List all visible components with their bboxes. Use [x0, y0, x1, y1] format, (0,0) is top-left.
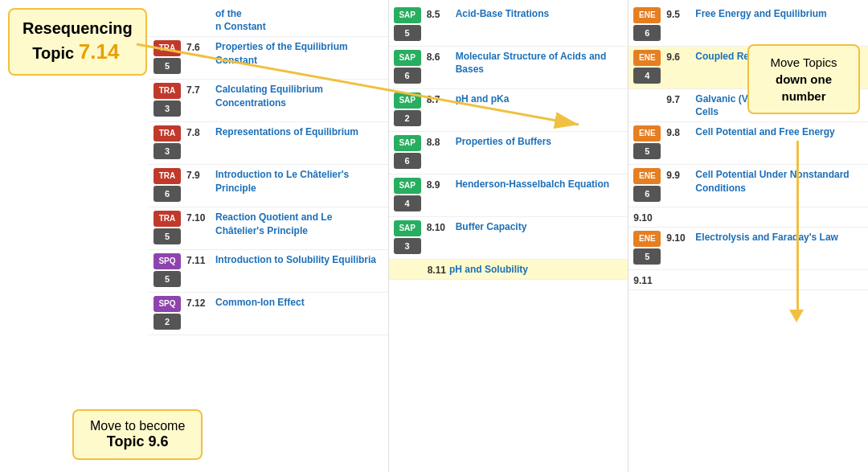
topic-num: 9.10: [633, 211, 659, 224]
badge-type: TRA: [154, 168, 181, 184]
arrow-line-vertical: [796, 141, 799, 310]
topic-item-9.11[interactable]: 9.11: [628, 270, 868, 290]
move-to-box: Move to become Topic 9.6: [72, 409, 203, 460]
topic-item-9.10[interactable]: ENE 5 9.10 Electrolysis and Faraday's La…: [628, 228, 868, 270]
topic-title: Introduction to Solubility Equilibria: [215, 253, 383, 266]
badge-num: 5: [633, 248, 661, 265]
topic-item-7.9[interactable]: TRA 6 7.9 Introduction to Le Châtelier's…: [149, 165, 388, 207]
topic-num: 7.12: [186, 296, 212, 309]
badge-num: 2: [394, 110, 421, 126]
topic-item-7.11[interactable]: SPQ 5 7.11 Introduction to Solubility Eq…: [149, 250, 388, 293]
move-topics-box: Move Topics down one number: [747, 44, 860, 114]
badge-type: ENE: [633, 231, 661, 247]
resequencing-topic-label: Topic: [32, 44, 78, 62]
topic-item-9.5[interactable]: ENE 6 9.5 Free Energy and Equilibrium: [628, 4, 868, 47]
topic-item-7.8[interactable]: TRA 3 7.8 Representations of Equilibrium: [149, 122, 388, 165]
move-topics-line1: Move Topics: [770, 55, 837, 69]
topic-item-7.10[interactable]: TRA 5 7.10 Reaction Quotient and Le Chât…: [149, 207, 388, 250]
badge-num: 4: [394, 195, 421, 211]
topic-item-8.8[interactable]: SAP 6 8.8 Properties of Buffers: [389, 132, 628, 174]
topic-item-8.7[interactable]: SAP 2 8.7 pH and pKa: [389, 89, 628, 132]
badge-group: TRA 6: [154, 168, 182, 203]
topic-item-7.7[interactable]: TRA 3 7.7 Calculating Equilibrium Concen…: [149, 80, 388, 122]
topic-item-9.8[interactable]: ENE 5 9.8 Cell Potential and Free Energy: [628, 122, 868, 165]
badge-num: 6: [394, 153, 421, 169]
move-to-line2: Topic 9.6: [90, 433, 185, 450]
badge-type: TRA: [154, 125, 181, 142]
badge-group: TRA 3: [154, 83, 182, 118]
topic-num: 8.7: [427, 92, 452, 105]
badge-num: 5: [394, 25, 421, 41]
badge-group: SAP 6: [394, 135, 423, 170]
topic-num: 9.8: [666, 125, 692, 138]
badge-group: TRA 5: [154, 211, 182, 246]
badge-num: 6: [394, 68, 421, 84]
badge-num: 2: [154, 314, 181, 330]
topic-item-8.5[interactable]: SAP 5 8.5 Acid-Base Titrations: [389, 4, 628, 47]
topic-item-8.10[interactable]: SAP 3 8.10 Buffer Capacity: [389, 217, 628, 260]
topic-num: 7.9: [186, 168, 212, 181]
topic-title: Acid-Base Titrations: [456, 7, 624, 20]
topic-title: Cell Potential Under Nonstandard Conditi…: [695, 168, 863, 194]
badge-group: SAP 3: [394, 220, 423, 256]
col1-items: TRA 5 7.6 Properties of the Equilibrium …: [149, 37, 388, 335]
badge-group: SAP 6: [394, 50, 423, 85]
badge-group: SAP 5: [394, 7, 423, 43]
move-to-line1: Move to become: [90, 419, 185, 433]
badge-type: TRA: [154, 40, 181, 56]
badge-num: 5: [633, 143, 661, 159]
topic-num: 9.6: [666, 50, 692, 63]
resequencing-box: Resequencing Topic 7.14: [8, 8, 147, 76]
resequencing-label: Resequencing: [23, 19, 133, 37]
topic-num: 7.8: [186, 125, 212, 138]
col1: of then Constant TRA 5 7.6 Properties of…: [149, 0, 389, 472]
main-container: Resequencing Topic 7.14 Move to become T…: [0, 0, 868, 472]
badge-num: 6: [633, 186, 661, 202]
badge-type: SAP: [394, 178, 421, 194]
topic-title: Cell Potential and Free Energy: [695, 125, 863, 138]
topic-item-9.9[interactable]: ENE 6 9.9 Cell Potential Under Nonstanda…: [628, 165, 868, 207]
badge-group: SPQ 5: [154, 253, 182, 289]
badge-num: 3: [154, 101, 181, 117]
badge-type: ENE: [633, 7, 661, 23]
topic-title: Common-Ion Effect: [215, 296, 383, 309]
badge-group: ENE 6: [633, 168, 662, 203]
topic-num: 8.9: [427, 178, 452, 191]
topic-title: Electrolysis and Faraday's Law: [695, 231, 863, 244]
topic-num: 8.6: [427, 50, 452, 63]
topic-item-7.12[interactable]: SPQ 2 7.12 Common-Ion Effect: [149, 293, 388, 335]
badge-type: ENE: [633, 168, 661, 184]
topic-item-8.11[interactable]: 8.11 pH and Solubility: [389, 260, 628, 280]
badge-num: 6: [633, 25, 661, 41]
col1-header-title: of then Constant: [215, 7, 383, 33]
badge-type: SAP: [394, 50, 421, 66]
topic-num: 9.7: [666, 92, 692, 105]
col1-header-item: of then Constant: [149, 4, 388, 37]
badge-group: SPQ 2: [154, 296, 182, 331]
topic-item-7.6[interactable]: TRA 5 7.6 Properties of the Equilibrium …: [149, 37, 388, 80]
topic-num: 7.7: [186, 83, 212, 96]
badge-num: 3: [154, 143, 181, 159]
topic-num: 8.5: [427, 7, 452, 20]
topic-title: Properties of the Equilibrium Constant: [215, 40, 383, 66]
badge-num: 4: [633, 68, 661, 84]
badge-type: SAP: [394, 7, 421, 23]
badge-group: SAP 4: [394, 178, 423, 213]
col2: SAP 5 8.5 Acid-Base Titrations SAP 6 8.6…: [389, 0, 629, 472]
badge-type: SAP: [394, 220, 421, 236]
topic-title: pH and Solubility: [449, 263, 623, 276]
topic-title: Free Energy and Equilibrium: [695, 7, 863, 20]
topic-item-8.9[interactable]: SAP 4 8.9 Henderson-Hasselbalch Equation: [389, 174, 628, 217]
topic-item-9.10_blank[interactable]: 9.10: [628, 207, 868, 228]
badge-num: 5: [154, 271, 181, 287]
topic-num: 9.9: [666, 168, 692, 181]
topic-title: Buffer Capacity: [456, 220, 624, 233]
topic-title: Henderson-Hasselbalch Equation: [456, 178, 624, 191]
topic-num: 9.10: [666, 231, 692, 244]
badge-num: 3: [394, 238, 421, 254]
topic-item-8.6[interactable]: SAP 6 8.6 Molecular Structure of Acids a…: [389, 47, 628, 89]
topic-title: Reaction Quotient and Le Châtelier's Pri…: [215, 211, 383, 236]
badge-num: 6: [154, 186, 181, 202]
topic-num: 7.6: [186, 40, 212, 53]
topic-num: 8.11: [394, 263, 446, 276]
